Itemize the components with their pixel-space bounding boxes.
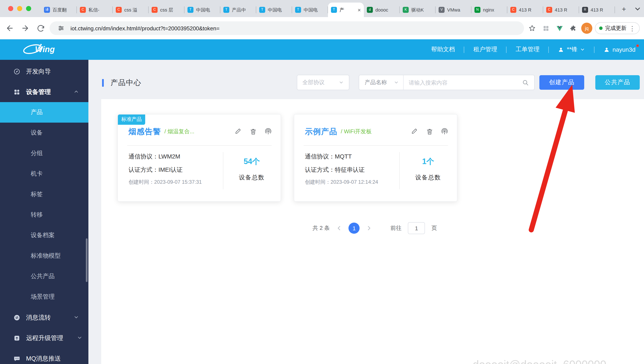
browser-tab[interactable]: R413 R (579, 3, 615, 17)
user-menu-masked[interactable]: **锋 (549, 46, 594, 53)
delete-trash-icon[interactable] (250, 128, 257, 135)
sidebar-item-standard-model[interactable]: 标准物模型 (0, 246, 88, 266)
tab-search-chevron-icon[interactable] (634, 5, 642, 13)
device-count: 54个 (223, 156, 280, 167)
menu-tenant-management[interactable]: 租户管理 (464, 46, 506, 53)
browser-tab[interactable]: ddoooc (364, 3, 400, 17)
protocol-select-value: 全部协议 (302, 79, 324, 86)
browser-tab[interactable]: T中国电 (256, 3, 292, 17)
created-row: 创建时间：2023-09-07 12:14:24 (305, 178, 378, 186)
minimize-window-button[interactable] (17, 6, 22, 11)
tab-label: 百度翻 (52, 7, 74, 13)
tune-icon[interactable] (56, 23, 66, 34)
sidebar-scrollbar[interactable] (86, 238, 88, 282)
public-product-button[interactable]: 公共产品 (595, 75, 640, 90)
sidebar-item-dev-guide[interactable]: 开发向导 (0, 61, 88, 82)
device-count: 1个 (399, 156, 457, 167)
edit-pencil-icon[interactable] (411, 128, 418, 135)
tab-label: 中国电 (304, 7, 325, 13)
browser-tab[interactable]: C私信- (77, 3, 113, 17)
device-count-label: 设备总数 (399, 174, 457, 182)
podcast-broadcast-icon[interactable] (264, 128, 272, 135)
edit-pencil-icon[interactable] (234, 128, 242, 135)
reload-button[interactable] (34, 22, 47, 35)
browser-tab[interactable]: Nnginx (472, 3, 507, 17)
sidebar-item-product[interactable]: 产品 (0, 102, 88, 123)
back-button[interactable] (4, 22, 16, 35)
sidebar-item-message-flow[interactable]: 消息流转 (0, 307, 88, 328)
browser-tab[interactable]: Ccss 层 (148, 3, 184, 17)
browser-tab[interactable]: T中国电 (292, 3, 328, 17)
tab-label: doooc (376, 7, 397, 13)
sidebar-item-device-archive[interactable]: 设备档案 (0, 225, 88, 246)
chrome-update-button[interactable]: 完成更新 ⋮ (595, 22, 640, 34)
forward-button[interactable] (19, 22, 32, 35)
chevron-down-icon (77, 335, 82, 340)
browser-tab-active[interactable]: T产× (328, 3, 364, 17)
watermark-text: dooooit@dooooit_6000000 (473, 358, 606, 364)
menu-workorder-management[interactable]: 工单管理 (507, 46, 548, 53)
protocol-select[interactable]: 全部协议 (297, 75, 349, 90)
sidebar-item-remote-upgrade[interactable]: 远程升级管理 (0, 328, 88, 348)
screenshot-extension-icon[interactable] (540, 23, 551, 34)
sidebar-item-scene-management[interactable]: 场景管理 (0, 287, 88, 307)
search-input[interactable] (404, 75, 516, 90)
sidebar-item-tag[interactable]: 标签 (0, 184, 88, 205)
ctwing-logo[interactable]: Wing (22, 41, 68, 58)
ctwing-icon: T (223, 7, 229, 13)
tab-label: nginx (483, 7, 504, 13)
close-window-button[interactable] (8, 6, 13, 11)
sidebar-item-device-management[interactable]: 设备管理 (0, 82, 88, 102)
csdn-icon: C (116, 7, 122, 13)
product-title[interactable]: 示例产品 (305, 126, 337, 137)
sidebar-item-device[interactable]: 设备 (0, 123, 88, 143)
vue-devtools-icon[interactable] (554, 23, 565, 34)
extensions-puzzle-icon[interactable] (568, 23, 579, 34)
protocol-row: 通信协议：MQTT (305, 152, 378, 161)
browser-tab[interactable]: T中国电 (184, 3, 220, 17)
page-number-input[interactable] (408, 222, 425, 234)
new-tab-button[interactable]: + (618, 4, 630, 15)
chevron-down-icon (580, 47, 585, 52)
search-button[interactable] (516, 75, 534, 90)
current-page-button[interactable]: 1 (348, 223, 360, 234)
search-field-select[interactable]: 产品名称 (359, 75, 404, 90)
create-product-button[interactable]: 创建产品 (539, 75, 584, 90)
browser-tab[interactable]: C413 R (543, 3, 579, 17)
prev-page-chevron-icon[interactable] (336, 225, 342, 231)
product-title[interactable]: 烟感告警 (128, 126, 161, 137)
update-button-label: 完成更新 (605, 25, 626, 32)
profile-avatar[interactable]: jq (581, 23, 592, 34)
user-menu-account[interactable]: nayun3d (595, 46, 636, 53)
card-actions (411, 128, 448, 135)
sidebar-item-mq-push[interactable]: MQ消息推送 (0, 348, 88, 364)
zoom-window-button[interactable] (26, 6, 31, 11)
sidebar-item-public-product[interactable]: 公共产品 (0, 266, 88, 287)
product-subtitle: / 烟温复合... (164, 128, 194, 135)
header-menu: 帮助文档 租户管理 工单管理 **锋 nayun3d (422, 46, 644, 53)
browser-tab[interactable]: Ccss 溢 (113, 3, 148, 17)
next-page-chevron-icon[interactable] (366, 225, 372, 231)
sidebar-item-group[interactable]: 分组 (0, 143, 88, 164)
address-bar[interactable]: iot.ctwing.cn/dm/index.html#/product?t=2… (50, 21, 524, 35)
delete-trash-icon[interactable] (426, 128, 434, 135)
sidebar-item-sim[interactable]: 机卡 (0, 164, 88, 184)
tab-strip: 译百度翻 C私信- Ccss 溢 Ccss 层 T中国电 T产品中 T中国电 T… (0, 0, 644, 17)
browser-tab[interactable]: C413 R (507, 3, 543, 17)
browser-tab[interactable]: VVMwa (436, 3, 472, 17)
browser-tab[interactable]: T产品中 (220, 3, 256, 17)
browser-tab[interactable]: 译百度翻 (41, 3, 77, 17)
product-card[interactable]: 示例产品 / WiFi开发板 通信协议：MQTT 认证方式：特征 (294, 114, 458, 202)
browser-tab[interactable]: K驱动K (400, 3, 436, 17)
tab-label: css 层 (160, 7, 182, 13)
browser-menu-kebab-icon[interactable]: ⋮ (629, 25, 636, 32)
product-card[interactable]: 标准产品 烟感告警 / 烟温复合... 通信协议： (118, 114, 281, 202)
sidebar-item-transfer[interactable]: 转移 (0, 205, 88, 225)
menu-help-docs[interactable]: 帮助文档 (422, 46, 464, 53)
bookmark-star-icon[interactable] (526, 23, 538, 34)
tab-close-icon[interactable]: × (358, 7, 361, 13)
notification-dot-icon (636, 45, 639, 47)
podcast-broadcast-icon[interactable] (441, 128, 448, 135)
tab-label: 产品中 (232, 7, 253, 13)
page-unit-label: 页 (431, 224, 437, 232)
